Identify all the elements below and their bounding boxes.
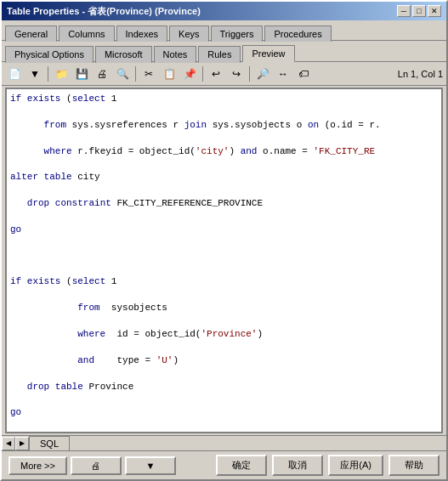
more-button[interactable]: More >> [9, 456, 67, 475]
code-area[interactable]: if exists (select 1 from sys.sysreferenc… [5, 88, 443, 433]
bottom-tab-sql[interactable]: SQL [29, 436, 70, 450]
help-button[interactable]: 帮助 [388, 455, 439, 476]
code-editor[interactable]: if exists (select 1 from sys.sysreferenc… [7, 89, 441, 432]
tab-physical[interactable]: Physical Options [5, 46, 94, 63]
copy-button[interactable]: 📋 [160, 65, 179, 82]
separator2 [135, 66, 136, 82]
paste-button[interactable]: 📌 [180, 65, 199, 82]
footer-right: 确定 取消 应用(A) 帮助 [216, 455, 439, 476]
preview-button[interactable]: 🔍 [113, 65, 132, 82]
minimize-button[interactable]: ─ [397, 5, 411, 17]
horizontal-scrollbar-track[interactable] [71, 437, 446, 450]
tab-notes[interactable]: Notes [154, 46, 197, 63]
tabs-row1: General Columns Indexes Keys Triggers Pr… [2, 20, 446, 41]
scroll-right-button[interactable]: ▶ [15, 437, 29, 450]
cut-button[interactable]: ✂ [139, 65, 158, 82]
tabs-row2: Physical Options Microsoft Notes Rules P… [2, 41, 446, 62]
tab-procedures[interactable]: Procedures [264, 25, 331, 42]
tab-general[interactable]: General [5, 25, 57, 42]
tab-keys[interactable]: Keys [169, 25, 208, 42]
separator3 [202, 66, 203, 82]
scroll-left-button[interactable]: ◀ [2, 437, 15, 450]
tab-microsoft[interactable]: Microsoft [95, 46, 152, 63]
tab-preview[interactable]: Preview [242, 45, 294, 62]
main-window: Table Properties - 省表(Province) (Provinc… [0, 0, 448, 481]
replace-button[interactable]: ↔ [274, 65, 292, 82]
separator4 [249, 66, 250, 82]
tab-rules[interactable]: Rules [198, 46, 241, 63]
tab-columns[interactable]: Columns [59, 25, 114, 42]
title-bar: Table Properties - 省表(Province) (Provinc… [2, 2, 446, 20]
separator1 [48, 66, 48, 82]
tab-indexes[interactable]: Indexes [116, 25, 168, 42]
print-dropdown-button[interactable]: ▼ [125, 456, 176, 475]
cancel-button[interactable]: 取消 [272, 455, 323, 476]
confirm-button[interactable]: 确定 [216, 455, 267, 476]
open-button[interactable]: 📁 [52, 65, 71, 82]
apply-button[interactable]: 应用(A) [328, 455, 383, 476]
undo-button[interactable]: ↩ [207, 65, 225, 82]
window-title: Table Properties - 省表(Province) (Provinc… [7, 5, 201, 18]
redo-button[interactable]: ↪ [227, 65, 246, 82]
dropdown-button[interactable]: ▼ [26, 65, 44, 82]
cursor-status: Ln 1, Col 1 [398, 69, 443, 79]
new-button[interactable]: 📄 [5, 65, 24, 82]
close-button[interactable]: ✕ [428, 5, 441, 17]
toolbar: 📄 ▼ 📁 💾 🖨 🔍 ✂ 📋 📌 ↩ ↪ 🔎 ↔ 🏷 Ln 1, Col 1 [2, 62, 446, 86]
restore-button[interactable]: □ [412, 5, 426, 17]
mark-button[interactable]: 🏷 [294, 65, 313, 82]
footer: More >> 🖨 ▼ 确定 取消 应用(A) 帮助 [2, 450, 446, 479]
print-footer-button[interactable]: 🖨 [71, 456, 122, 475]
find-button[interactable]: 🔎 [253, 65, 272, 82]
save-button[interactable]: 💾 [72, 65, 91, 82]
footer-left: More >> 🖨 ▼ [9, 456, 176, 475]
tab-triggers[interactable]: Triggers [211, 25, 264, 42]
title-controls: ─ □ ✕ [397, 5, 441, 17]
print-button[interactable]: 🖨 [93, 65, 111, 82]
